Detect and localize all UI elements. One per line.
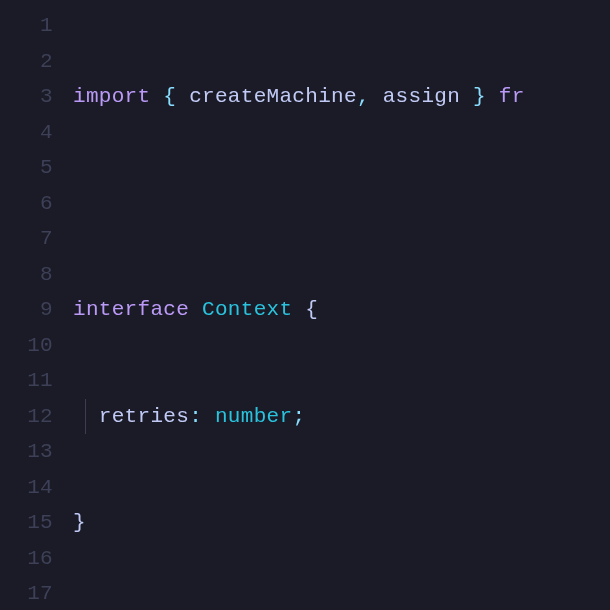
line-number: 15 xyxy=(0,505,53,541)
line-number: 6 xyxy=(0,186,53,222)
code-line xyxy=(73,186,610,222)
code-line: } xyxy=(73,505,610,541)
code-line: interface Context { xyxy=(73,292,610,328)
line-number: 5 xyxy=(0,150,53,186)
code-line: retries: number; xyxy=(73,399,610,435)
line-number: 12 xyxy=(0,399,53,435)
keyword-from: fr xyxy=(499,85,525,108)
line-number: 14 xyxy=(0,470,53,506)
line-number: 9 xyxy=(0,292,53,328)
line-number: 4 xyxy=(0,115,53,151)
identifier: assign xyxy=(383,85,460,108)
type-name: Context xyxy=(202,298,292,321)
line-number: 16 xyxy=(0,541,53,577)
line-number: 8 xyxy=(0,257,53,293)
property: retries xyxy=(99,405,189,428)
line-number: 3 xyxy=(0,79,53,115)
line-number: 10 xyxy=(0,328,53,364)
line-number: 1 xyxy=(0,8,53,44)
line-number-gutter: 1 2 3 4 5 6 7 8 9 10 11 12 13 14 15 16 1… xyxy=(0,0,73,610)
code-line: import { createMachine, assign } fr xyxy=(73,79,610,115)
line-number: 13 xyxy=(0,434,53,470)
identifier: createMachine xyxy=(189,85,357,108)
line-number: 17 xyxy=(0,576,53,610)
keyword-import: import xyxy=(73,85,150,108)
type: number xyxy=(215,405,292,428)
code-editor[interactable]: 1 2 3 4 5 6 7 8 9 10 11 12 13 14 15 16 1… xyxy=(0,0,610,610)
code-area[interactable]: import { createMachine, assign } fr inte… xyxy=(73,0,610,610)
line-number: 11 xyxy=(0,363,53,399)
line-number: 2 xyxy=(0,44,53,80)
keyword-interface: interface xyxy=(73,298,189,321)
line-number: 7 xyxy=(0,221,53,257)
